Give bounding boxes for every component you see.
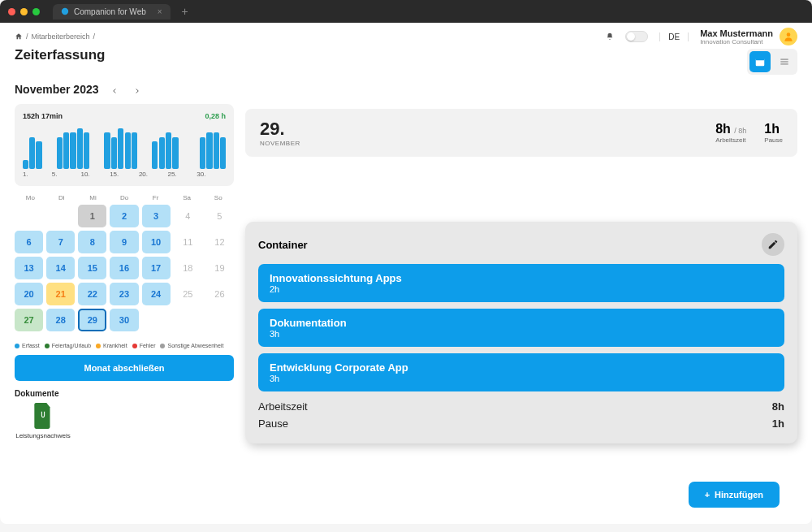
calendar-day[interactable]: 16 bbox=[110, 257, 138, 279]
user-menu[interactable]: Max Mustermann Innovation Consultant bbox=[700, 28, 797, 45]
add-entry-button[interactable]: + Hinzufügen bbox=[689, 482, 780, 508]
plus-icon: + bbox=[705, 490, 710, 500]
svg-point-1 bbox=[787, 32, 791, 37]
new-tab-icon[interactable]: + bbox=[182, 5, 188, 18]
home-icon[interactable] bbox=[15, 32, 23, 41]
document-icon bbox=[32, 403, 54, 429]
chart-bar bbox=[206, 132, 212, 169]
calendar-day[interactable]: 29 bbox=[78, 309, 106, 331]
chart-bar bbox=[172, 137, 178, 169]
maximize-window-icon[interactable] bbox=[32, 8, 40, 15]
svg-rect-6 bbox=[780, 63, 788, 64]
hours-chart: 152h 17min 0,28 h 1.5.10.15.20.25.30. bbox=[15, 104, 234, 186]
avatar bbox=[780, 28, 797, 45]
calendar-day[interactable]: 12 bbox=[205, 231, 234, 253]
calendar-day[interactable]: 1 bbox=[78, 205, 106, 227]
documents-title: Dokumente bbox=[15, 389, 234, 398]
chart-bar bbox=[214, 132, 219, 169]
close-window-icon[interactable] bbox=[8, 8, 15, 15]
calendar-day[interactable]: 22 bbox=[78, 283, 106, 305]
calendar-day[interactable]: 26 bbox=[205, 283, 234, 305]
chart-bar bbox=[57, 137, 63, 169]
time-entry[interactable]: Entwicklung Corporate App3h bbox=[258, 353, 784, 391]
chart-bar bbox=[63, 132, 69, 169]
chart-bar bbox=[200, 137, 205, 169]
document-item[interactable]: Leistungsnachweis bbox=[15, 403, 71, 439]
calendar-day[interactable]: 8 bbox=[78, 231, 106, 253]
container-title: Container bbox=[258, 239, 308, 251]
page-title: Zeiterfassung bbox=[0, 47, 812, 71]
calendar-day[interactable]: 20 bbox=[15, 283, 43, 305]
chart-bar bbox=[29, 137, 35, 169]
calendar-day[interactable]: 17 bbox=[142, 257, 171, 279]
time-entry[interactable]: Dokumentation3h bbox=[258, 309, 784, 347]
svg-rect-4 bbox=[780, 59, 788, 60]
calendar-day[interactable]: 27 bbox=[15, 309, 43, 331]
calendar-day[interactable]: 6 bbox=[15, 231, 43, 253]
chart-delta: 0,28 h bbox=[205, 112, 226, 120]
next-month-button[interactable] bbox=[133, 84, 145, 95]
edit-button[interactable] bbox=[762, 233, 784, 256]
list-view-button[interactable] bbox=[774, 51, 795, 72]
browser-tab[interactable]: Companion for Web × bbox=[53, 4, 171, 19]
day-month: NOVEMBER bbox=[260, 140, 300, 147]
chart-bar bbox=[220, 137, 226, 169]
entry-title: Entwicklung Corporate App bbox=[270, 361, 773, 374]
calendar-day[interactable]: 13 bbox=[15, 257, 43, 279]
bell-icon[interactable] bbox=[606, 32, 614, 41]
calendar-day[interactable]: 4 bbox=[174, 205, 202, 227]
minimize-window-icon[interactable] bbox=[20, 8, 28, 15]
calendar-day[interactable]: 5 bbox=[205, 205, 234, 227]
chart-bar bbox=[23, 160, 28, 169]
chart-bar bbox=[111, 137, 117, 169]
calendar-day[interactable]: 18 bbox=[174, 257, 202, 279]
calendar-view-button[interactable] bbox=[749, 51, 771, 72]
svg-point-0 bbox=[62, 8, 68, 15]
chart-bar bbox=[104, 132, 110, 169]
user-role: Innovation Consultant bbox=[700, 38, 773, 45]
prev-month-button[interactable] bbox=[110, 84, 122, 95]
calendar-day[interactable]: 9 bbox=[110, 231, 138, 253]
entry-title: Innovationssichtung Apps bbox=[270, 272, 773, 284]
calendar-day[interactable]: 23 bbox=[110, 283, 138, 305]
month-label: November 2023 bbox=[15, 83, 99, 96]
breadcrumb-link[interactable]: Mitarbeiterbereich bbox=[32, 32, 90, 41]
entry-duration: 2h bbox=[270, 284, 773, 294]
time-entry[interactable]: Innovationssichtung Apps2h bbox=[258, 264, 784, 302]
calendar-day[interactable]: 10 bbox=[142, 231, 171, 253]
chart-bar bbox=[159, 137, 165, 169]
svg-rect-5 bbox=[780, 61, 788, 62]
calendar-day[interactable]: 2 bbox=[110, 205, 138, 227]
day-number: 29. bbox=[260, 119, 300, 140]
close-month-button[interactable]: Monat abschließen bbox=[15, 355, 234, 381]
entries-container: Container Innovationssichtung Apps2hDoku… bbox=[245, 222, 797, 443]
user-name: Max Mustermann bbox=[700, 28, 773, 38]
calendar-legend: Erfasst Feiertag/Urlaub Krankheit Fehler… bbox=[15, 343, 234, 348]
calendar-day[interactable]: 25 bbox=[174, 283, 202, 305]
calendar-day[interactable]: 7 bbox=[46, 231, 75, 253]
language-selector[interactable]: DE bbox=[659, 32, 689, 41]
calendar-day[interactable]: 21 bbox=[46, 283, 75, 305]
chart-bar bbox=[118, 128, 123, 169]
calendar-day[interactable]: 14 bbox=[46, 257, 75, 279]
chart-bar bbox=[166, 132, 171, 169]
entry-duration: 3h bbox=[270, 374, 773, 383]
entry-title: Dokumentation bbox=[270, 317, 773, 329]
calendar-day[interactable]: 11 bbox=[174, 231, 202, 253]
entry-duration: 3h bbox=[270, 329, 773, 339]
calendar-day[interactable]: 28 bbox=[46, 309, 75, 331]
calendar-day[interactable]: 24 bbox=[142, 283, 171, 305]
tab-title: Companion for Web bbox=[74, 7, 146, 16]
chart-bar bbox=[36, 141, 41, 169]
calendar: MoDiMiDoFrSaSo 1234567891011121314151617… bbox=[15, 194, 234, 331]
chart-total: 152h 17min bbox=[23, 112, 63, 120]
chart-bar bbox=[132, 132, 137, 169]
calendar-day[interactable]: 19 bbox=[205, 257, 234, 279]
breadcrumb: / Mitarbeiterbereich / DE Max Mustermann… bbox=[0, 23, 812, 47]
browser-chrome: Companion for Web × + bbox=[0, 0, 812, 23]
calendar-day[interactable]: 15 bbox=[78, 257, 106, 279]
calendar-day[interactable]: 30 bbox=[110, 309, 138, 331]
calendar-day[interactable]: 3 bbox=[142, 205, 171, 227]
theme-toggle[interactable] bbox=[625, 31, 648, 42]
close-tab-icon[interactable]: × bbox=[158, 7, 162, 16]
